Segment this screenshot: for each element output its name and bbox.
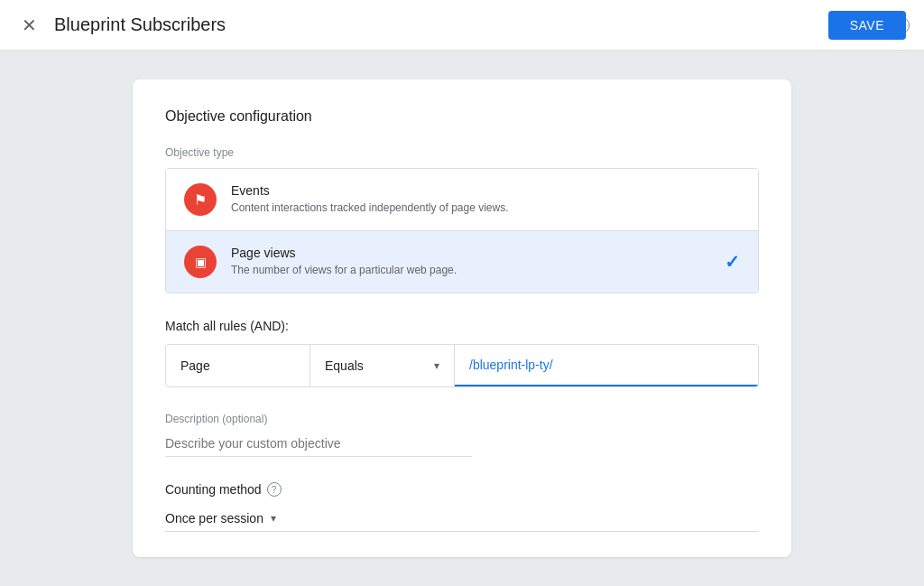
rule-page-label: Page <box>180 358 210 373</box>
rule-operator-label: Equals <box>325 358 364 373</box>
rule-row: Page Equals ▾ /blueprint-lp-ty/ <box>165 344 759 387</box>
close-button[interactable]: ✕ <box>14 11 43 40</box>
rule-value-cell[interactable]: /blueprint-lp-ty/ <box>455 345 758 386</box>
configuration-card: Objective configuration Objective type E… <box>133 79 791 557</box>
rule-value-text: /blueprint-lp-ty/ <box>469 358 553 372</box>
page-title: Blueprint Subscribers <box>54 14 884 35</box>
counting-label-text: Counting method <box>165 482 262 497</box>
events-icon <box>184 183 217 216</box>
selected-checkmark: ✓ <box>725 251 740 273</box>
events-text: Events Content interactions tracked inde… <box>231 183 740 216</box>
counting-method-value: Once per session <box>165 511 263 526</box>
events-desc: Content interactions tracked independent… <box>231 200 740 216</box>
objective-option-events[interactable]: Events Content interactions tracked inde… <box>166 169 758 231</box>
section-title: Objective configuration <box>165 108 759 125</box>
counting-help-icon[interactable]: ? <box>267 482 282 497</box>
description-input[interactable] <box>165 431 472 457</box>
events-name: Events <box>231 183 740 198</box>
pageviews-text: Page views The number of views for a par… <box>231 246 725 278</box>
counting-section: Counting method ? Once per session ▾ <box>165 482 759 532</box>
objective-type-label: Objective type <box>165 146 759 159</box>
description-section: Description (optional) <box>165 413 759 457</box>
description-label: Description (optional) <box>165 413 759 425</box>
rule-operator-cell[interactable]: Equals ▾ <box>310 345 455 386</box>
pageviews-desc: The number of views for a particular web… <box>231 263 725 278</box>
counting-method-select[interactable]: Once per session ▾ <box>165 506 759 532</box>
counting-dropdown-arrow: ▾ <box>271 512 276 525</box>
equals-dropdown-arrow: ▾ <box>434 359 439 372</box>
save-button[interactable]: SAVE <box>828 11 906 40</box>
pageviews-name: Page views <box>231 246 725 260</box>
rule-page-cell: Page <box>166 345 310 386</box>
objective-option-pageviews[interactable]: Page views The number of views for a par… <box>166 231 758 293</box>
objective-options: Events Content interactions tracked inde… <box>165 168 759 293</box>
main-content: Objective configuration Objective type E… <box>0 51 924 586</box>
header: ✕ Blueprint Subscribers ? SAVE <box>0 0 924 51</box>
match-rules-label: Match all rules (AND): <box>165 319 759 333</box>
counting-label: Counting method ? <box>165 482 759 497</box>
close-icon: ✕ <box>22 14 37 36</box>
pageviews-icon <box>184 246 217 278</box>
